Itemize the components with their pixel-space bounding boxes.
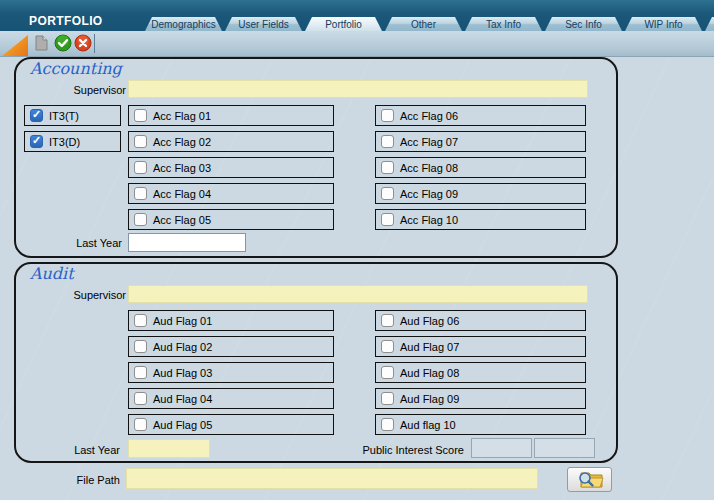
page-background: PORTFOLIO Demographics User Fields Portf… — [0, 0, 714, 500]
it3t-label: IT3(T) — [49, 110, 79, 122]
acc-flag-07-checkbox[interactable] — [381, 135, 394, 148]
file-path-label: File Path — [30, 474, 120, 486]
toolbar-separator — [94, 34, 95, 53]
acc-flag-10-box[interactable]: Acc Flag 10 — [375, 209, 586, 230]
aud-flag-01-checkbox[interactable] — [134, 314, 147, 327]
aud-flag-08-box[interactable]: Aud Flag 08 — [375, 362, 586, 383]
public-interest-score-input-1[interactable] — [471, 438, 532, 458]
aud-flag-01-label: Aud Flag 01 — [153, 315, 212, 327]
aud-flag-10-label: Aud flag 10 — [400, 419, 456, 431]
acc-flag-09-box[interactable]: Acc Flag 09 — [375, 183, 586, 204]
tab-overflow-sliver — [705, 17, 714, 31]
page-fold-icon — [2, 35, 28, 56]
aud-flag-04-label: Aud Flag 04 — [153, 393, 212, 405]
aud-flag-10-checkbox[interactable] — [381, 418, 394, 431]
audit-last-year-input[interactable] — [128, 439, 210, 458]
aud-flag-05-checkbox[interactable] — [134, 418, 147, 431]
aud-flag-07-box[interactable]: Aud Flag 07 — [375, 336, 586, 357]
aud-flag-07-checkbox[interactable] — [381, 340, 394, 353]
aud-flag-02-label: Aud Flag 02 — [153, 341, 212, 353]
aud-flag-01-box[interactable]: Aud Flag 01 — [128, 310, 334, 331]
tab-portfolio[interactable]: Portfolio — [305, 17, 382, 31]
aud-flag-02-box[interactable]: Aud Flag 02 — [128, 336, 334, 357]
acc-flag-01-box[interactable]: Acc Flag 01 — [128, 105, 334, 126]
toolbar — [0, 31, 714, 57]
acc-flag-09-label: Acc Flag 09 — [400, 188, 458, 200]
acc-flag-02-label: Acc Flag 02 — [153, 136, 211, 148]
acc-flag-02-checkbox[interactable] — [134, 135, 147, 148]
acc-flag-02-box[interactable]: Acc Flag 02 — [128, 131, 334, 152]
aud-flag-03-box[interactable]: Aud Flag 03 — [128, 362, 334, 383]
acc-flag-07-box[interactable]: Acc Flag 07 — [375, 131, 586, 152]
tab-demographics[interactable]: Demographics — [145, 17, 222, 31]
tab-tax-info[interactable]: Tax Info — [465, 17, 542, 31]
aud-flag-02-checkbox[interactable] — [134, 340, 147, 353]
acc-flag-10-checkbox[interactable] — [381, 213, 394, 226]
aud-flag-08-checkbox[interactable] — [381, 366, 394, 379]
acc-flag-07-label: Acc Flag 07 — [400, 136, 458, 148]
acc-flag-03-checkbox[interactable] — [134, 161, 147, 174]
cancel-button[interactable] — [74, 34, 92, 52]
aud-flag-04-checkbox[interactable] — [134, 392, 147, 405]
tab-other[interactable]: Other — [385, 17, 462, 31]
acc-flag-05-checkbox[interactable] — [134, 213, 147, 226]
public-interest-score-label: Public Interest Score — [266, 444, 464, 456]
acc-flag-08-box[interactable]: Acc Flag 08 — [375, 157, 586, 178]
it3t-checkbox-box[interactable]: IT3(T) — [24, 105, 121, 126]
it3d-checkbox-box[interactable]: IT3(D) — [24, 131, 121, 152]
aud-flag-06-label: Aud Flag 06 — [400, 315, 459, 327]
accounting-last-year-input[interactable] — [128, 233, 246, 252]
aud-flag-05-box[interactable]: Aud Flag 05 — [128, 414, 334, 435]
aud-flag-06-checkbox[interactable] — [381, 314, 394, 327]
acc-flag-05-box[interactable]: Acc Flag 05 — [128, 209, 334, 230]
acc-flag-06-label: Acc Flag 06 — [400, 110, 458, 122]
file-path-input[interactable] — [126, 468, 538, 489]
it3d-checkbox[interactable] — [30, 135, 43, 148]
acc-flag-08-label: Acc Flag 08 — [400, 162, 458, 174]
tab-wip-info[interactable]: WIP Info — [625, 17, 702, 31]
accounting-groupbox: Accounting Supervisor IT3(T) IT3(D) Acc … — [14, 57, 618, 258]
acc-flag-04-checkbox[interactable] — [134, 187, 147, 200]
acc-flag-03-box[interactable]: Acc Flag 03 — [128, 157, 334, 178]
audit-title: Audit — [30, 264, 74, 283]
acc-flag-08-checkbox[interactable] — [381, 161, 394, 174]
accounting-supervisor-label: Supervisor — [36, 84, 126, 96]
aud-flag-09-checkbox[interactable] — [381, 392, 394, 405]
public-interest-score-input-2[interactable] — [534, 438, 595, 458]
confirm-button[interactable] — [54, 34, 72, 52]
browse-button[interactable] — [567, 467, 612, 492]
accounting-supervisor-input[interactable] — [128, 80, 588, 98]
aud-flag-07-label: Aud Flag 07 — [400, 341, 459, 353]
save-button[interactable] — [32, 34, 50, 52]
acc-flag-06-checkbox[interactable] — [381, 109, 394, 122]
acc-flag-04-label: Acc Flag 04 — [153, 188, 211, 200]
tab-strip: Demographics User Fields Portfolio Other… — [145, 17, 714, 31]
tab-user-fields[interactable]: User Fields — [225, 17, 302, 31]
audit-supervisor-label: Supervisor — [36, 289, 126, 301]
header-bar: PORTFOLIO Demographics User Fields Portf… — [0, 0, 714, 31]
audit-groupbox: Audit Supervisor Aud Flag 01 Aud Flag 02… — [14, 262, 618, 463]
aud-flag-03-label: Aud Flag 03 — [153, 367, 212, 379]
cancel-icon — [74, 34, 92, 52]
acc-flag-09-checkbox[interactable] — [381, 187, 394, 200]
aud-flag-04-box[interactable]: Aud Flag 04 — [128, 388, 334, 409]
acc-flag-03-label: Acc Flag 03 — [153, 162, 211, 174]
aud-flag-10-box[interactable]: Aud flag 10 — [375, 414, 586, 435]
aud-flag-03-checkbox[interactable] — [134, 366, 147, 379]
folder-search-icon — [576, 470, 604, 489]
confirm-icon — [54, 34, 72, 52]
acc-flag-01-checkbox[interactable] — [134, 109, 147, 122]
tab-sec-info[interactable]: Sec Info — [545, 17, 622, 31]
audit-supervisor-input[interactable] — [128, 285, 588, 303]
page-title: PORTFOLIO — [29, 14, 103, 28]
accounting-title: Accounting — [30, 59, 122, 78]
aud-flag-08-label: Aud Flag 08 — [400, 367, 459, 379]
it3t-checkbox[interactable] — [30, 109, 43, 122]
aud-flag-06-box[interactable]: Aud Flag 06 — [375, 310, 586, 331]
aud-flag-09-box[interactable]: Aud Flag 09 — [375, 388, 586, 409]
save-icon — [32, 34, 50, 52]
acc-flag-06-box[interactable]: Acc Flag 06 — [375, 105, 586, 126]
acc-flag-10-label: Acc Flag 10 — [400, 214, 458, 226]
acc-flag-04-box[interactable]: Acc Flag 04 — [128, 183, 334, 204]
acc-flag-01-label: Acc Flag 01 — [153, 110, 211, 122]
